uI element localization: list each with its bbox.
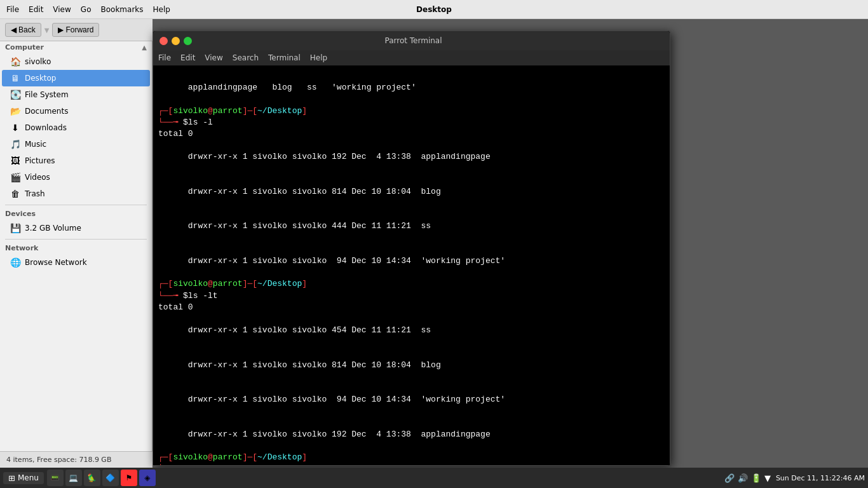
sidebar-item-desktop[interactable]: 🖥 Desktop (2, 70, 150, 86)
arrow-down-taskbar-icon[interactable]: ▼ (764, 473, 771, 483)
terminal-prompt-2: ┌─[sivolko@parrot]─[~/Desktop] (158, 278, 665, 290)
sidebar-item-videos[interactable]: 🎬 Videos (2, 169, 150, 186)
terminal-cmd-2: └──╼ $ls -lt (158, 290, 665, 302)
battery-taskbar-icon[interactable]: 🔋 (751, 473, 761, 483)
app6-taskbar-icon: ◈ (144, 473, 150, 482)
videos-label: Videos (25, 173, 50, 182)
bookmarks-menu[interactable]: Bookmarks (100, 5, 143, 14)
volume-icon: 💾 (10, 222, 21, 234)
network-taskbar-icon[interactable]: 🔗 (724, 473, 735, 483)
back-label: Back (18, 25, 36, 34)
close-button[interactable] (159, 37, 168, 45)
taskbar-right-icons: 🔗 🔊 🔋 ▼ (724, 473, 771, 483)
toggle-icon: ▲ (142, 44, 147, 51)
terminal-ls1-2: drwxr-xr-x 1 sivolko sivolko 814 Dec 10 … (158, 175, 665, 210)
terminal-total-2: total 0 (158, 302, 665, 313)
terminal-search-menu[interactable]: Search (233, 53, 259, 62)
sidebar-item-filesystem[interactable]: 💽 File System (2, 86, 150, 103)
network-icon: 🌐 (10, 257, 21, 268)
taskbar-app-3[interactable]: 🔷 (102, 470, 119, 486)
pictures-icon: 🖼 (10, 155, 21, 166)
view-menu[interactable]: View (53, 5, 71, 14)
menu-button[interactable]: ⊞ Menu (3, 472, 44, 484)
volume-taskbar-icon[interactable]: 🔊 (738, 473, 748, 483)
downloads-label: Downloads (25, 123, 67, 132)
chevron-icon: ▼ (44, 27, 50, 34)
app5-taskbar-icon: ⚑ (125, 473, 132, 482)
terminal-ls1-3: drwxr-xr-x 1 sivolko sivolko 444 Dec 11 … (158, 209, 665, 244)
terminal-ls1-4: drwxr-xr-x 1 sivolko sivolko 94 Dec 10 1… (158, 244, 665, 279)
taskbar-app-0[interactable]: 📟 (47, 470, 64, 486)
terminal-edit-menu[interactable]: Edit (180, 53, 195, 62)
volume-label: 3.2 GB Volume (25, 224, 81, 233)
taskbar-app-4[interactable]: ⚑ (121, 470, 137, 486)
maximize-button[interactable] (184, 37, 192, 45)
taskbar-app-5[interactable]: ◈ (139, 470, 156, 486)
taskbar-app-1[interactable]: 💻 (65, 470, 82, 486)
terminal-ls2-3: drwxr-xr-x 1 sivolko sivolko 94 Dec 10 1… (158, 383, 665, 417)
trash-label: Trash (25, 189, 45, 198)
edit-menu[interactable]: Edit (29, 5, 43, 14)
desktop-menubar: File Edit View Go Bookmarks Help Desktop (0, 0, 868, 19)
forward-arrow-icon: ▶ (58, 25, 64, 34)
terminal-taskbar-icon: 📟 (50, 473, 60, 482)
documents-icon: 📂 (10, 105, 21, 117)
terminal-menubar: File Edit View Search Terminal Help (153, 50, 670, 65)
computer-section-label: Computer (5, 43, 44, 51)
go-menu[interactable]: Go (81, 5, 92, 14)
terminal-titlebar: Parrot Terminal (153, 31, 670, 50)
sidebar-item-music[interactable]: 🎵 Music (2, 136, 150, 152)
status-text: 4 items, Free space: 718.9 GB (6, 456, 111, 464)
filesystem-icon: 💽 (10, 89, 21, 100)
terminal-ls2-1: drwxr-xr-x 1 sivolko sivolko 454 Dec 11 … (158, 313, 665, 348)
grid-icon: ⊞ (8, 473, 15, 483)
terminal-total-1: total 0 (158, 128, 665, 140)
pictures-label: Pictures (25, 156, 55, 165)
terminal-title: Parrot Terminal (192, 36, 635, 45)
sidebar-item-trash[interactable]: 🗑 Trash (2, 186, 150, 202)
devices-section-label: Devices (5, 210, 36, 218)
terminal-cmd-3: └──╼ $ls -lrt (158, 463, 665, 465)
terminal-help-menu[interactable]: Help (310, 53, 327, 62)
computer-taskbar-icon: 💻 (69, 473, 78, 482)
home-icon: 🏠 (10, 56, 21, 67)
sidebar-item-downloads[interactable]: ⬇ Downloads (2, 119, 150, 136)
terminal-cmd-1: └──╼ $ls -l (158, 117, 665, 128)
terminal-view-menu[interactable]: View (205, 53, 222, 62)
terminal-terminal-menu[interactable]: Terminal (268, 53, 301, 62)
file-menu[interactable]: File (6, 5, 19, 14)
sidebar-item-volume[interactable]: 💾 3.2 GB Volume (2, 220, 150, 236)
taskbar: ⊞ Menu 📟 💻 🦜 🔷 ⚑ ◈ 🔗 🔊 🔋 ▼ Sun Dec 1 (0, 468, 868, 488)
filesystem-label: File System (25, 90, 69, 99)
terminal-window: Parrot Terminal File Edit View Search Te… (153, 30, 670, 466)
terminal-file-menu[interactable]: File (158, 53, 171, 62)
sidebar-item-pictures[interactable]: 🖼 Pictures (2, 152, 150, 169)
forward-button[interactable]: ▶ Forward (52, 23, 99, 37)
menu-label: Menu (18, 473, 39, 482)
terminal-prompt-1: ┌─[sivolko@parrot]─[~/Desktop] (158, 105, 665, 117)
parrot-taskbar-icon: 🦜 (87, 473, 97, 482)
back-button[interactable]: ◀ Back (5, 23, 41, 37)
help-menu[interactable]: Help (153, 5, 170, 14)
sidebar-item-browse-network[interactable]: 🌐 Browse Network (2, 254, 150, 271)
sidebar: Computer ▲ 🏠 sivolko 🖥 Desktop 💽 File Sy… (0, 41, 153, 468)
sidebar-item-documents[interactable]: 📂 Documents (2, 103, 150, 119)
network-section-label: Network (5, 244, 38, 252)
minimize-button[interactable] (172, 37, 180, 45)
terminal-line-0: applandingpage blog ss 'working project' (158, 71, 665, 105)
sidebar-item-sivolko[interactable]: 🏠 sivolko (2, 53, 150, 70)
taskbar-left: ⊞ Menu (3, 472, 44, 484)
music-label: Music (25, 140, 46, 149)
terminal-body[interactable]: applandingpage blog ss 'working project'… (153, 65, 670, 465)
videos-icon: 🎬 (10, 172, 21, 183)
desktop-icon: 🖥 (10, 72, 21, 84)
taskbar-app-2[interactable]: 🦜 (84, 470, 100, 486)
app4-taskbar-icon: 🔷 (105, 473, 115, 482)
status-bar: 4 items, Free space: 718.9 GB (0, 451, 153, 468)
divider-2 (5, 239, 147, 240)
taskbar-apps: 📟 💻 🦜 🔷 ⚑ ◈ (47, 470, 156, 486)
desktop-label: Desktop (25, 74, 57, 83)
window-controls (159, 37, 192, 45)
computer-section-header: Computer ▲ (0, 41, 152, 53)
divider-1 (5, 205, 147, 205)
